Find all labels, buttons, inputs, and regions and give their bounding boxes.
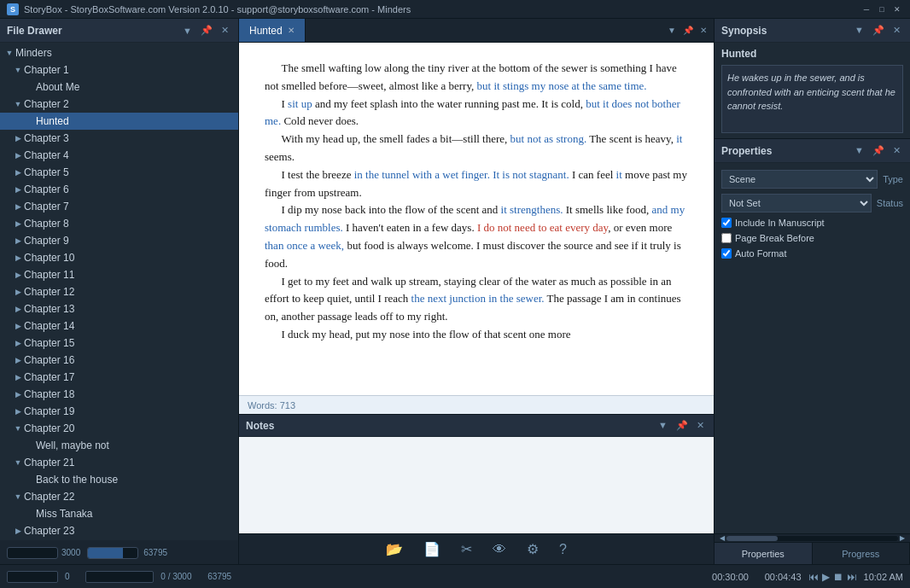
tree-arrow-ch6: ▶ (12, 183, 24, 195)
status-media-controls: ⏮ ▶ ⏹ ⏭ (808, 571, 857, 583)
synopsis-pin-icon[interactable]: 📌 (870, 24, 887, 37)
title-bar: S StoryBox - StoryBoxSoftware.com Versio… (0, 0, 910, 19)
include-manuscript-checkbox[interactable] (721, 218, 732, 228)
tab-hunted-close[interactable]: ✕ (288, 26, 295, 35)
notes-header: Notes ▼ 📌 ✕ (239, 415, 714, 437)
sidebar-pin-icon[interactable]: 📌 (198, 24, 215, 37)
properties-header: Properties ▼ 📌 ✕ (715, 139, 910, 163)
cut-button[interactable]: ✂ (458, 538, 475, 561)
tree-item-ch6[interactable]: ▶ Chapter 6 (0, 181, 238, 198)
minimize-button[interactable]: ─ (860, 3, 872, 15)
tree-item-ch9[interactable]: ▶ Chapter 9 (0, 232, 238, 249)
properties-close-icon[interactable]: ✕ (890, 144, 903, 157)
view-button[interactable]: 👁 (489, 539, 510, 561)
tree-item-ch11[interactable]: ▶ Chapter 11 (0, 266, 238, 283)
settings-button[interactable]: ⚙ (523, 538, 542, 561)
scroll-left-arrow[interactable]: ◀ (718, 534, 726, 542)
status-bar: 0 0 / 3000 63795 00:30:00 00:04:43 ⏮ ▶ ⏹… (0, 564, 910, 588)
properties-expand-icon[interactable]: ▼ (852, 144, 866, 157)
synopsis-expand-icon[interactable]: ▼ (852, 24, 866, 37)
play-prev-button[interactable]: ⏮ (808, 571, 819, 583)
tree-item-ch5[interactable]: ▶ Chapter 5 (0, 164, 238, 181)
tree-item-ch23[interactable]: ▶ Chapter 23 (0, 522, 238, 539)
sidebar-close-icon[interactable]: ✕ (219, 24, 231, 37)
tree-item-ch1[interactable]: ▼ Chapter 1 (0, 61, 238, 79)
tree-root[interactable]: ▼ Minders (0, 44, 238, 61)
status-select[interactable]: Not Set (721, 194, 872, 212)
sidebar-footer: 3000 63795 (0, 540, 238, 564)
tree-label-ch5: Chapter 5 (24, 166, 235, 178)
tab-bar-expand-icon[interactable]: ▼ (666, 24, 678, 37)
sidebar-expand-icon[interactable]: ▼ (180, 25, 195, 37)
page-break-checkbox[interactable] (721, 233, 732, 243)
scroll-right-arrow[interactable]: ▶ (898, 534, 907, 542)
notes-content[interactable] (239, 437, 714, 533)
tree-item-ch4[interactable]: ▶ Chapter 4 (0, 147, 238, 164)
total-progress-bar (87, 547, 138, 559)
new-button[interactable]: 📄 (420, 538, 444, 561)
type-select[interactable]: Scene (721, 170, 878, 189)
synopsis-title: Synopsis (721, 25, 767, 37)
tree-label-ch7: Chapter 7 (24, 201, 235, 212)
tree-item-hunted[interactable]: Hunted (0, 113, 238, 130)
notes-pin-icon[interactable]: 📌 (674, 419, 691, 432)
maximize-button[interactable]: □ (876, 3, 888, 15)
tree-item-ch15[interactable]: ▶ Chapter 15 (0, 335, 238, 352)
para-7: I duck my head, put my nose into the flo… (265, 326, 688, 344)
tree-item-wellmaybe[interactable]: Well, maybe not (0, 437, 238, 454)
synopsis-close-icon[interactable]: ✕ (890, 24, 903, 37)
properties-pin-icon[interactable]: 📌 (870, 144, 887, 157)
status-time-separator (755, 572, 758, 581)
tree-item-ch21[interactable]: ▼ Chapter 21 (0, 454, 238, 471)
tree-item-ch2[interactable]: ▼ Chapter 2 (0, 96, 238, 113)
tree-item-ch16[interactable]: ▶ Chapter 16 (0, 352, 238, 369)
tree-item-ch18[interactable]: ▶ Chapter 18 (0, 386, 238, 403)
play-button[interactable]: ▶ (822, 571, 830, 583)
synopsis-text[interactable]: He wakes up in the sewer, and is confron… (721, 65, 903, 133)
tree-item-ch14[interactable]: ▶ Chapter 14 (0, 317, 238, 335)
tree-item-ch7[interactable]: ▶ Chapter 7 (0, 198, 238, 215)
tree-label-ch13: Chapter 13 (24, 303, 235, 315)
tree-arrow-wellmaybe (24, 440, 36, 451)
right-tabs: Properties Progress (715, 542, 910, 564)
editor-content[interactable]: The smell wafting low along the tiny riv… (265, 60, 688, 344)
tree-item-aboutme[interactable]: About Me (0, 79, 238, 96)
sidebar-title: File Drawer (7, 25, 62, 37)
close-button[interactable]: ✕ (891, 3, 903, 15)
tab-progress[interactable]: Progress (813, 543, 911, 564)
tree-item-ch20[interactable]: ▼ Chapter 20 (0, 420, 238, 437)
tree-item-ch13[interactable]: ▶ Chapter 13 (0, 300, 238, 317)
tree-item-ch12[interactable]: ▶ Chapter 12 (0, 283, 238, 300)
tree-label-wellmaybe: Well, maybe not (36, 440, 235, 451)
tab-hunted[interactable]: Hunted ✕ (239, 19, 306, 42)
tree-item-ch22[interactable]: ▼ Chapter 22 (0, 488, 238, 505)
tab-properties[interactable]: Properties (715, 543, 813, 564)
play-next-button[interactable]: ⏭ (847, 571, 857, 583)
notes-expand-icon[interactable]: ▼ (656, 419, 670, 432)
tab-bar-pin-icon[interactable]: 📌 (681, 24, 695, 37)
tree-item-ch3[interactable]: ▶ Chapter 3 (0, 130, 238, 147)
help-button[interactable]: ? (556, 539, 570, 561)
synopsis-controls: ▼ 📌 ✕ (852, 24, 903, 37)
tree-item-ch19[interactable]: ▶ Chapter 19 (0, 403, 238, 420)
notes-close-icon[interactable]: ✕ (694, 419, 707, 432)
tree-item-ch10[interactable]: ▶ Chapter 10 (0, 249, 238, 266)
tab-bar-close-icon[interactable]: ✕ (698, 24, 709, 37)
tree-label-ch10: Chapter 10 (24, 252, 235, 264)
tree-item-ch17[interactable]: ▶ Chapter 17 (0, 369, 238, 386)
title-bar-controls: ─ □ ✕ (860, 3, 903, 15)
scrollbar-track[interactable] (726, 536, 898, 541)
editor-area[interactable]: The smell wafting low along the tiny riv… (239, 43, 714, 395)
stop-button[interactable]: ⏹ (833, 571, 843, 583)
open-button[interactable]: 📂 (382, 538, 406, 561)
tree-item-ch8[interactable]: ▶ Chapter 8 (0, 215, 238, 232)
tree-arrow-ch7: ▶ (12, 201, 24, 212)
tree-arrow-ch15: ▶ (12, 337, 24, 349)
status-elapsed-time: 00:30:00 (712, 572, 749, 582)
tree-item-backtothehouse[interactable]: Back to the house (0, 471, 238, 488)
tree-label-ch3: Chapter 3 (24, 132, 235, 144)
tree-item-misstanaka[interactable]: Miss Tanaka (0, 505, 238, 522)
main-area: File Drawer ▼ 📌 ✕ ▼ Minders ▼ Chapter 1 (0, 19, 910, 564)
page-break-row: Page Break Before (721, 233, 903, 243)
auto-format-checkbox[interactable] (721, 248, 732, 259)
